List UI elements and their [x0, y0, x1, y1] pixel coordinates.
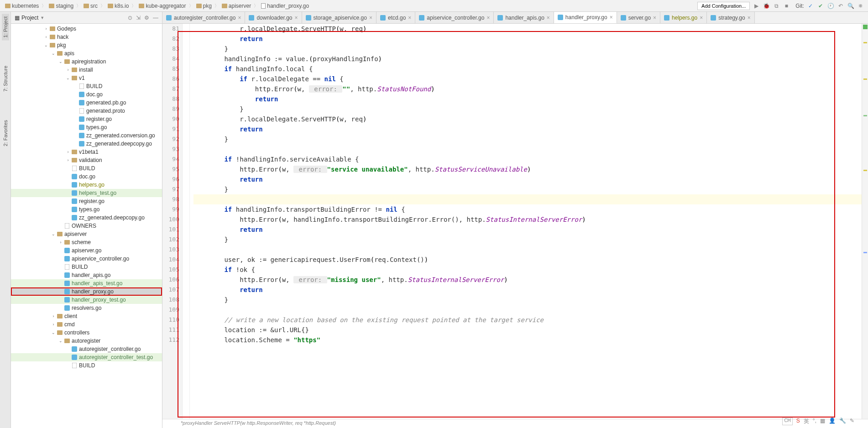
code-line[interactable]: location := &url.URL{}	[193, 325, 862, 335]
tree-arrow-icon[interactable]: ⌄	[50, 51, 57, 56]
editor-tab[interactable]: handler_proxy.go×	[554, 12, 617, 24]
breadcrumb-item[interactable]: kubernetes	[4, 2, 40, 10]
code-line[interactable]	[193, 144, 862, 154]
tree-arrow-icon[interactable]: ⌄	[50, 232, 57, 236]
code-line[interactable]: if !handlingInfo.serviceAvailable {	[193, 154, 862, 164]
tree-row[interactable]: apiserver.go	[11, 246, 162, 255]
editor-tab[interactable]: storage_apiservice.go×	[302, 12, 376, 23]
tree-arrow-icon[interactable]: ›	[65, 158, 71, 162]
vcs-commit-icon[interactable]: ✔	[817, 2, 824, 10]
breadcrumb-item[interactable]: k8s.io	[106, 2, 130, 10]
status-icon-1[interactable]: 英	[804, 418, 809, 425]
close-tab-icon[interactable]: ×	[748, 15, 751, 21]
status-icon-3[interactable]: ▦	[820, 418, 825, 425]
run-icon[interactable]: ▶	[753, 2, 760, 10]
code-line[interactable]: if !ok {	[193, 265, 862, 275]
info-mark[interactable]	[863, 252, 867, 253]
ime-icon[interactable]: S	[796, 418, 800, 425]
warning-mark[interactable]	[863, 42, 867, 43]
stop-icon[interactable]: ■	[783, 2, 790, 10]
editor-tab[interactable]: helpers.go×	[660, 12, 707, 23]
debug-icon[interactable]: 🐞	[763, 2, 770, 10]
tree-row[interactable]: handler_apis_test.go	[11, 279, 162, 287]
tree-row[interactable]: resolvers.go	[11, 304, 162, 312]
code-line[interactable]: http.Error(w, error: "", http.StatusNotF…	[193, 84, 862, 94]
code-line[interactable]: }	[193, 104, 862, 114]
status-icon-6[interactable]: ✎	[850, 418, 854, 425]
code-line[interactable]: if handlingInfo.local {	[193, 64, 862, 74]
tree-row[interactable]: ›validation	[11, 156, 162, 164]
tree-row[interactable]: ›v1beta1	[11, 148, 162, 156]
code-line[interactable]: // write a new location based on the exi…	[193, 315, 862, 325]
code-line[interactable]: if handlingInfo.transportBuildingError !…	[193, 204, 862, 214]
add-configuration-button[interactable]: Add Configuration...	[697, 2, 750, 10]
code-line[interactable]: http.Error(w, error: "missing user", htt…	[193, 275, 862, 285]
settings-gear-icon[interactable]: ⚙	[144, 15, 149, 21]
warning-mark[interactable]	[863, 170, 867, 171]
tree-row[interactable]: ⌄v1	[11, 74, 162, 82]
tree-arrow-icon[interactable]: ›	[65, 150, 71, 154]
tree-row[interactable]: register.go	[11, 197, 162, 205]
editor-tab[interactable]: etcd.go×	[376, 12, 415, 23]
close-tab-icon[interactable]: ×	[547, 15, 550, 21]
tree-row[interactable]: generated.pb.go	[11, 99, 162, 107]
tree-row[interactable]: ›cmd	[11, 320, 162, 329]
tree-row[interactable]: doc.go	[11, 90, 162, 99]
close-tab-icon[interactable]: ×	[700, 15, 703, 21]
tree-row[interactable]: ⌄pkg	[11, 41, 162, 49]
vcs-update-icon[interactable]: ✓	[807, 2, 814, 10]
tree-row[interactable]: types.go	[11, 123, 162, 131]
tree-arrow-icon[interactable]: ⌄	[58, 339, 64, 343]
project-view-dropdown-icon[interactable]: ▼	[40, 16, 44, 20]
editor-tab[interactable]: autoregister_controller.go×	[162, 12, 245, 23]
tree-row[interactable]: ⌄apiserver	[11, 230, 162, 238]
tool-tab-favorites[interactable]: 2: Favorites	[2, 117, 9, 149]
project-view-label[interactable]: Project	[21, 15, 38, 21]
editor-breadcrumb[interactable]: *proxyHandler ServeHTTP(w http.ResponseW…	[162, 419, 868, 428]
error-stripe[interactable]	[862, 24, 868, 419]
breadcrumb-item[interactable]: staging	[47, 2, 75, 10]
breadcrumb-item[interactable]: kube-aggregator	[137, 2, 187, 10]
tree-row[interactable]: handler_proxy.go	[11, 287, 162, 296]
close-tab-icon[interactable]: ×	[653, 15, 656, 21]
breadcrumb-item[interactable]: handler_proxy.go	[260, 2, 310, 10]
tree-arrow-icon[interactable]: ›	[58, 240, 64, 245]
editor-tab[interactable]: strategy.go×	[707, 12, 755, 23]
breadcrumb-item[interactable]: apiserver	[220, 2, 252, 10]
code-line[interactable]: r.localDelegate.ServeHTTP(w, req)	[193, 114, 862, 124]
tree-row[interactable]: ›hack	[11, 33, 162, 41]
code-line[interactable]: user, ok := genericapirequest.UserFrom(r…	[193, 255, 862, 265]
search-everywhere-icon[interactable]: 🔍	[847, 2, 854, 10]
close-tab-icon[interactable]: ×	[610, 14, 613, 21]
vcs-revert-icon[interactable]: ↶	[837, 2, 844, 10]
tree-row[interactable]: zz_generated.deepcopy.go	[11, 140, 162, 148]
breadcrumb-item[interactable]: src	[82, 2, 99, 10]
tree-arrow-icon[interactable]: ›	[43, 35, 49, 39]
code-line[interactable]: }	[193, 184, 862, 194]
tree-row[interactable]: register.go	[11, 115, 162, 123]
code-line[interactable]: return	[193, 224, 862, 235]
ide-settings-icon[interactable]: ⛯	[857, 2, 864, 10]
project-tree[interactable]: ›Godeps›hack⌄pkg⌄apis⌄apiregistration›in…	[11, 24, 162, 428]
ok-mark[interactable]	[863, 115, 867, 116]
tree-row[interactable]: ›client	[11, 312, 162, 320]
code-line[interactable]: }	[193, 44, 862, 54]
code-line[interactable]: http.Error(w, error: "service unavailabl…	[193, 164, 862, 174]
code-line[interactable]: return	[193, 94, 862, 104]
close-tab-icon[interactable]: ×	[486, 15, 490, 21]
tree-arrow-icon[interactable]: ›	[43, 26, 49, 31]
tree-row[interactable]: autoregister_controller.go	[11, 345, 162, 353]
code-line[interactable]: r.localDelegate.ServeHTTP(w, req)	[193, 24, 862, 34]
close-tab-icon[interactable]: ×	[369, 15, 372, 21]
tree-arrow-icon[interactable]: ⌄	[58, 59, 64, 64]
status-icon-4[interactable]: 👤	[829, 418, 836, 425]
tree-row[interactable]: handler_proxy_test.go	[11, 296, 162, 304]
status-icon-5[interactable]: 🔧	[839, 418, 846, 425]
tree-row[interactable]: zz_generated.deepcopy.go	[11, 214, 162, 222]
tree-arrow-icon[interactable]: ›	[50, 314, 57, 318]
tool-tab-structure[interactable]: 7: Structure	[2, 63, 9, 94]
close-tab-icon[interactable]: ×	[238, 15, 241, 21]
code-content[interactable]: r.localDelegate.ServeHTTP(w, req) return…	[190, 24, 862, 419]
tool-tab-project[interactable]: 1: Project	[2, 14, 9, 40]
code-line[interactable]: if r.localDelegate == nil {	[193, 74, 862, 84]
